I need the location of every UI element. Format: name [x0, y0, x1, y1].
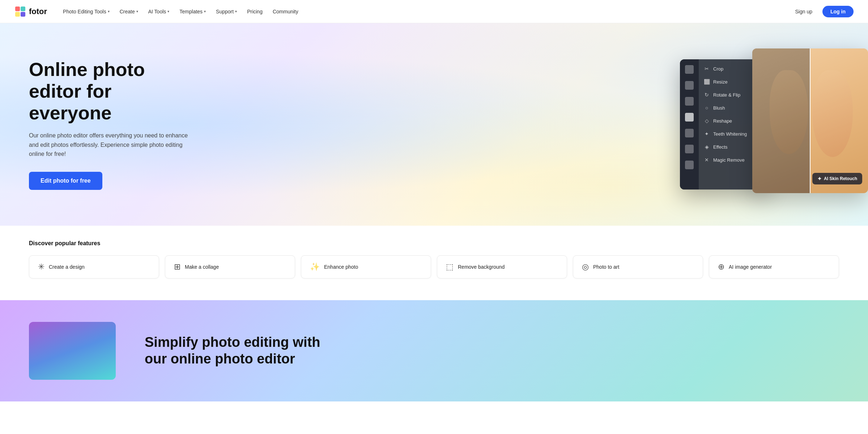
sidebar-beauty-icon[interactable]: [685, 97, 694, 106]
sidebar-text-icon[interactable]: [685, 161, 694, 169]
ai-image-generator-icon: ⊕: [718, 262, 724, 272]
svg-rect-3: [21, 12, 25, 17]
hero-title: Online photo editor for everyone: [29, 59, 195, 124]
resize-icon: ⬜: [704, 79, 710, 85]
svg-rect-2: [15, 12, 20, 17]
nav-ai-tools[interactable]: AI Tools ▾: [144, 6, 174, 17]
chevron-down-icon: ▾: [136, 9, 138, 13]
hero-content: Online photo editor for everyone Our onl…: [0, 37, 224, 212]
make-collage-icon: ⊞: [174, 262, 180, 272]
create-design-icon: ✳: [38, 262, 44, 272]
chevron-down-icon: ▾: [167, 9, 169, 13]
signup-button[interactable]: Sign up: [791, 6, 817, 17]
enhance-photo-icon: ✨: [310, 262, 320, 272]
blush-icon: ○: [704, 105, 710, 111]
nav-photo-editing-tools[interactable]: Photo Editing Tools ▾: [59, 6, 114, 17]
chevron-down-icon: ▾: [108, 9, 110, 13]
feature-ai-image-generator[interactable]: ⊕ AI image generator: [709, 255, 839, 278]
split-line: [810, 48, 810, 193]
crop-icon: ✂: [704, 66, 710, 72]
remove-background-icon: ⬚: [446, 262, 454, 272]
ai-skin-retouch-badge: ✦ AI Skin Retouch: [812, 173, 862, 184]
cta-button[interactable]: Edit photo for free: [29, 172, 102, 190]
features-title: Discover popular features: [29, 240, 839, 247]
feature-enhance-photo[interactable]: ✨ Enhance photo: [301, 255, 431, 278]
reshape-icon: ◇: [704, 118, 710, 124]
sidebar-crop-icon[interactable]: [685, 129, 694, 137]
feature-enhance-photo-label: Enhance photo: [324, 264, 358, 270]
logo-text: fotor: [29, 7, 47, 16]
fotor-logo-icon: [14, 6, 26, 17]
editor-mockup: ✂ Crop ⬜ Resize ↻ Rotate & Flip ○ Blush …: [680, 48, 868, 200]
nav-links: Photo Editing Tools ▾ Create ▾ AI Tools …: [59, 6, 791, 17]
nav-support[interactable]: Support ▾: [212, 6, 241, 17]
navbar: fotor Photo Editing Tools ▾ Create ▾ AI …: [0, 0, 868, 23]
effects-icon: ◈: [704, 144, 710, 150]
photo-to-art-icon: ◎: [582, 262, 589, 272]
sidebar-adjust-icon[interactable]: [685, 81, 694, 90]
feature-create-design[interactable]: ✳ Create a design: [29, 255, 159, 278]
feature-make-collage[interactable]: ⊞ Make a collage: [165, 255, 295, 278]
feature-photo-to-art[interactable]: ◎ Photo to art: [573, 255, 703, 278]
bottom-preview-image: [29, 322, 116, 380]
sidebar-eye-icon[interactable]: [685, 113, 694, 122]
teeth-icon: ✦: [704, 131, 710, 137]
face-shape: [812, 70, 853, 157]
bottom-title: Simplify photo editing with our online p…: [145, 334, 326, 367]
nav-create[interactable]: Create ▾: [115, 6, 142, 17]
editor-photo: ✦ AI Skin Retouch: [752, 48, 868, 193]
bottom-text: Simplify photo editing with our online p…: [145, 334, 326, 367]
editor-sidebar: [680, 59, 699, 190]
bottom-preview-gradient: [29, 322, 116, 380]
feature-remove-background-label: Remove background: [458, 264, 505, 270]
nav-templates[interactable]: Templates ▾: [175, 6, 210, 17]
features-section: Discover popular features ✳ Create a des…: [0, 226, 868, 300]
magic-remove-icon: ✕: [704, 157, 710, 163]
nav-right: Sign up Log in: [791, 6, 854, 17]
svg-rect-0: [15, 7, 20, 11]
feature-photo-to-art-label: Photo to art: [593, 264, 619, 270]
photo-split-view: [752, 48, 868, 193]
nav-pricing[interactable]: Pricing: [243, 6, 267, 17]
feature-make-collage-label: Make a collage: [185, 264, 219, 270]
feature-remove-background[interactable]: ⬚ Remove background: [437, 255, 567, 278]
rotate-icon: ↻: [704, 92, 710, 98]
ai-badge-icon: ✦: [817, 176, 822, 182]
nav-community[interactable]: Community: [268, 6, 303, 17]
login-button[interactable]: Log in: [822, 6, 854, 17]
face-shape-left: [770, 70, 808, 154]
chevron-down-icon: ▾: [235, 9, 237, 13]
bottom-section: Simplify photo editing with our online p…: [0, 300, 868, 401]
hero-section: Online photo editor for everyone Our onl…: [0, 23, 868, 226]
feature-create-design-label: Create a design: [49, 264, 85, 270]
logo[interactable]: fotor: [14, 6, 47, 17]
sidebar-grid-icon[interactable]: [685, 65, 694, 74]
hero-description: Our online photo editor offers everythin…: [29, 131, 195, 159]
features-grid: ✳ Create a design ⊞ Make a collage ✨ Enh…: [29, 255, 839, 278]
sidebar-people-icon[interactable]: [685, 145, 694, 153]
feature-ai-image-generator-label: AI image generator: [729, 264, 772, 270]
chevron-down-icon: ▾: [204, 9, 206, 13]
svg-rect-1: [21, 7, 25, 11]
